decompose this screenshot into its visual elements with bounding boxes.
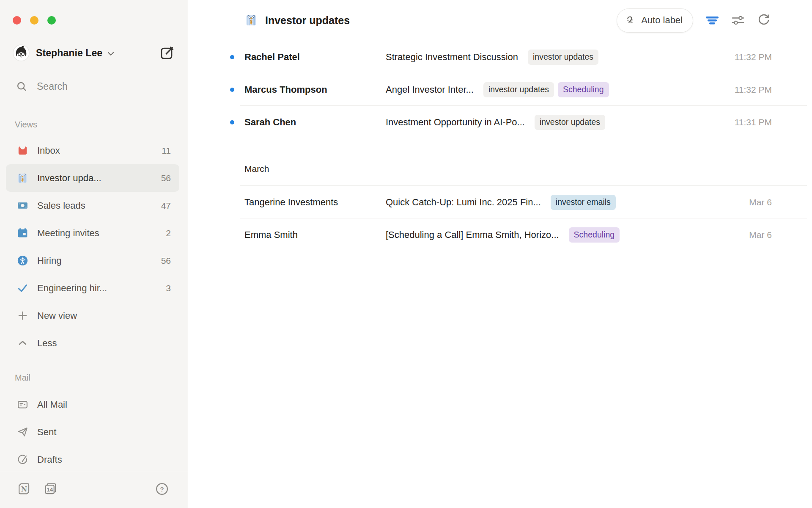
notion-logo-icon[interactable]: N xyxy=(17,482,31,496)
sidebar-item-drafts[interactable]: Drafts xyxy=(6,446,179,473)
sidebar-item-investor-updates[interactable]: Investor upda... 56 xyxy=(6,164,179,192)
sidebar-item-label: Inbox xyxy=(37,145,162,156)
sidebar-item-label: Sales leads xyxy=(37,200,161,211)
page-title: Investor updates xyxy=(244,0,350,41)
sidebar-footer: N 14 xyxy=(17,482,58,496)
group-header-label: March xyxy=(244,164,269,174)
main-header: Investor updates Auto label xyxy=(188,0,812,41)
chevron-up-icon xyxy=(16,337,29,350)
views-list: Inbox 11 Investor upda... 56 xyxy=(6,137,179,357)
necktie-emoji xyxy=(244,14,258,27)
unread-dot xyxy=(230,88,234,92)
chevron-down-icon xyxy=(107,52,114,56)
email-subject: [Scheduling a Call] Emma Smith, Horizo..… xyxy=(386,229,559,240)
sidebar-item-all-mail[interactable]: All Mail xyxy=(6,391,179,418)
sidebar-item-label: Sent xyxy=(37,427,171,438)
sidebar-item-label: All Mail xyxy=(37,399,171,410)
email-row[interactable]: Tangerine Investments Quick Catch-Up: Lu… xyxy=(188,186,812,218)
unread-count: 3 xyxy=(166,283,171,293)
envelope-icon xyxy=(16,398,29,411)
svg-text:14: 14 xyxy=(47,486,53,493)
email-row[interactable]: Sarah Chen Investment Opportunity in AI-… xyxy=(188,106,812,138)
unread-count: 11 xyxy=(162,146,171,156)
email-row[interactable]: Rachel Patel Strategic Investment Discus… xyxy=(188,41,812,73)
label-badge[interactable]: investor emails xyxy=(551,195,616,210)
email-time: 11:31 PM xyxy=(735,117,772,127)
necktie-emoji xyxy=(16,172,29,185)
person-circle-icon xyxy=(16,254,29,267)
svg-text:?: ? xyxy=(160,486,164,493)
unread-dot xyxy=(230,55,234,59)
close-window-button[interactable] xyxy=(13,16,21,25)
plus-icon xyxy=(16,309,29,322)
zoom-window-button[interactable] xyxy=(47,16,56,25)
email-subject: Angel Investor Inter... xyxy=(386,84,474,95)
unread-count: 56 xyxy=(161,173,171,183)
refresh-icon[interactable] xyxy=(757,14,771,27)
unread-count: 2 xyxy=(166,228,171,238)
email-time: Mar 6 xyxy=(749,230,772,240)
label-badge[interactable]: Scheduling xyxy=(569,227,620,243)
notion-mail-window: Stephanie Lee Search Views xyxy=(0,0,812,508)
show-less-button[interactable]: Less xyxy=(6,329,179,357)
calendar-icon xyxy=(16,227,29,240)
sidebar-item-label: Engineering hir... xyxy=(37,283,166,294)
auto-label-text: Auto label xyxy=(641,15,683,26)
minimize-window-button[interactable] xyxy=(30,16,38,25)
view-title: Investor updates xyxy=(265,14,350,27)
email-sender: Rachel Patel xyxy=(244,52,386,63)
auto-label-wand-icon xyxy=(625,14,636,26)
label-badge[interactable]: Scheduling xyxy=(558,82,609,97)
new-view-button[interactable]: New view xyxy=(6,302,179,329)
email-sender: Marcus Thompson xyxy=(244,84,386,95)
account-switcher[interactable]: Stephanie Lee xyxy=(13,43,114,63)
email-row[interactable]: Marcus Thompson Angel Investor Inter... … xyxy=(188,73,812,106)
sidebar-item-sent[interactable]: Sent xyxy=(6,418,179,446)
sidebar-item-hiring[interactable]: Hiring 56 xyxy=(6,247,179,274)
compose-icon[interactable] xyxy=(159,45,175,61)
sidebar-item-sales-leads[interactable]: Sales leads 47 xyxy=(6,192,179,219)
email-subject: Strategic Investment Discussion xyxy=(386,52,518,63)
checkmark-icon xyxy=(16,282,29,295)
sidebar-item-inbox[interactable]: Inbox 11 xyxy=(6,137,179,164)
unread-count: 47 xyxy=(161,201,171,211)
email-time: Mar 6 xyxy=(749,197,772,207)
main-content: Investor updates Auto label xyxy=(188,0,812,508)
pencil-circle-icon xyxy=(16,453,29,466)
filter-icon[interactable] xyxy=(705,14,719,27)
sidebar: Stephanie Lee Search Views xyxy=(0,0,188,508)
email-sender: Emma Smith xyxy=(244,229,386,240)
email-subject: Quick Catch-Up: Lumi Inc. 2025 Fin... xyxy=(386,197,541,208)
email-time: 11:32 PM xyxy=(735,85,772,95)
sidebar-item-meeting-invites[interactable]: Meeting invites 2 xyxy=(6,219,179,247)
sidebar-item-label: Drafts xyxy=(37,454,171,465)
banknote-icon xyxy=(16,199,29,212)
mail-list: All Mail Sent Drafts xyxy=(6,391,179,473)
show-less-label: Less xyxy=(37,338,171,349)
search-button[interactable]: Search xyxy=(16,78,68,95)
unread-count: 56 xyxy=(161,256,171,266)
sliders-icon[interactable] xyxy=(731,14,745,27)
sidebar-item-label: Hiring xyxy=(37,255,161,266)
label-badge[interactable]: investor updates xyxy=(535,115,605,130)
views-section-header: Views xyxy=(15,120,37,130)
avatar xyxy=(13,44,30,61)
email-subject: Investment Opportunity in AI-Po... xyxy=(386,117,525,128)
email-sender: Sarah Chen xyxy=(244,117,386,128)
sidebar-item-engineering-hiring[interactable]: Engineering hir... 3 xyxy=(6,274,179,302)
notion-calendar-icon[interactable]: 14 xyxy=(44,482,58,496)
help-icon[interactable]: ? xyxy=(155,482,169,496)
unread-dot xyxy=(230,120,234,124)
svg-text:N: N xyxy=(21,485,27,493)
email-sender: Tangerine Investments xyxy=(244,197,386,208)
label-badge[interactable]: investor updates xyxy=(528,50,598,65)
user-name: Stephanie Lee xyxy=(36,47,102,59)
label-badge[interactable]: investor updates xyxy=(483,82,554,97)
auto-label-button[interactable]: Auto label xyxy=(617,8,693,33)
sidebar-item-label: Investor upda... xyxy=(37,173,161,184)
paper-plane-icon xyxy=(16,426,29,439)
inbox-tray-icon xyxy=(16,144,29,157)
toolbar: Auto label xyxy=(617,0,771,41)
mail-section-header: Mail xyxy=(15,373,30,383)
email-row[interactable]: Emma Smith [Scheduling a Call] Emma Smit… xyxy=(188,218,812,251)
